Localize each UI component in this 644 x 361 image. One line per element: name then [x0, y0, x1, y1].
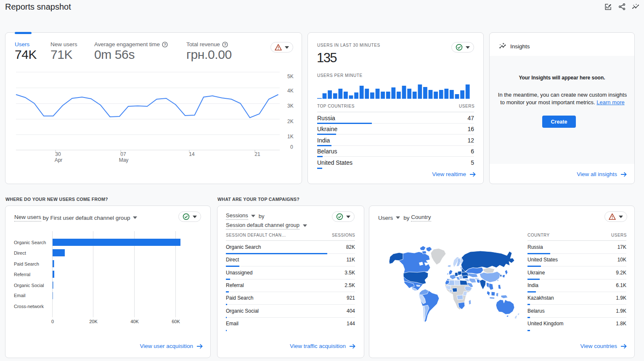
- svg-text:2K: 2K: [287, 119, 294, 124]
- svg-text:Email: Email: [14, 293, 26, 298]
- svg-text:Cross-network: Cross-network: [14, 304, 44, 309]
- svg-text:1K: 1K: [287, 134, 294, 140]
- svg-text:Referral: Referral: [14, 272, 30, 277]
- svg-text:5K: 5K: [287, 74, 294, 79]
- svg-text:0: 0: [290, 144, 293, 150]
- svg-text:Paid Search: Paid Search: [14, 261, 39, 266]
- svg-text:0: 0: [51, 319, 54, 324]
- svg-text:14: 14: [189, 151, 195, 157]
- svg-text:20K: 20K: [89, 319, 98, 324]
- svg-text:60K: 60K: [172, 319, 180, 324]
- svg-text:Organic Search: Organic Search: [14, 240, 46, 245]
- svg-text:Direct: Direct: [14, 250, 26, 256]
- svg-text:Apr: Apr: [55, 157, 63, 163]
- svg-text:07: 07: [120, 151, 126, 157]
- svg-text:Organic Social: Organic Social: [14, 283, 44, 288]
- svg-text:40K: 40K: [130, 319, 139, 324]
- svg-text:3K: 3K: [287, 103, 294, 109]
- svg-text:21: 21: [254, 151, 260, 157]
- svg-text:4K: 4K: [287, 88, 294, 94]
- svg-text:30: 30: [55, 151, 61, 157]
- svg-text:May: May: [119, 157, 129, 163]
